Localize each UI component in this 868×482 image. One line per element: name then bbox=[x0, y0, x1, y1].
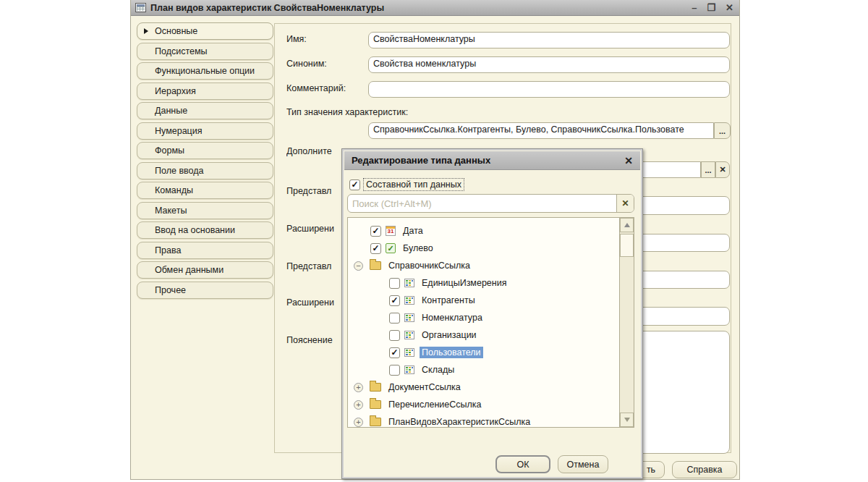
tab-podsistemy[interactable]: Подсистемы bbox=[137, 43, 273, 60]
active-tab-arrow-icon bbox=[144, 28, 148, 34]
triangle-up-icon bbox=[624, 223, 630, 227]
tab-obmen-dannymi[interactable]: Обмен данными bbox=[137, 261, 273, 279]
composite-type-label[interactable]: Составной тип данных bbox=[363, 178, 464, 191]
tab-numeraciya[interactable]: Нумерация bbox=[137, 122, 273, 140]
tree-row-units[interactable]: ЕдиницыИзмерения bbox=[348, 274, 619, 292]
expand-icon[interactable]: + bbox=[354, 418, 363, 427]
tree-row-enum-ref[interactable]: + ПеречислениеСсылка bbox=[348, 396, 619, 413]
checkbox[interactable] bbox=[389, 278, 400, 289]
tree-row-catalog-ref[interactable]: − СправочникСсылка bbox=[348, 257, 619, 274]
maximize-button[interactable]: ❐ bbox=[707, 3, 715, 12]
catalog-icon bbox=[404, 313, 414, 323]
expand-icon[interactable]: + bbox=[354, 383, 363, 392]
tab-prava[interactable]: Права bbox=[137, 242, 273, 259]
catalog-icon bbox=[404, 295, 414, 305]
tab-dannye[interactable]: Данные bbox=[137, 102, 273, 119]
collapse-icon[interactable]: − bbox=[354, 261, 363, 271]
synonym-input[interactable]: Свойства номенклатуры bbox=[368, 56, 730, 73]
value-type-label: Тип значения характеристик: bbox=[286, 107, 408, 117]
tab-prochee[interactable]: Прочее bbox=[137, 282, 273, 299]
object-representation-label: Представл bbox=[286, 186, 343, 196]
tab-vvod-na-osnovanii[interactable]: Ввод на основании bbox=[137, 221, 273, 239]
tree-row-nomenclature[interactable]: Номенклатура bbox=[348, 309, 619, 326]
checkbox[interactable]: ✓ bbox=[370, 226, 381, 237]
tree-row-chart-of-characteristic-types-ref[interactable]: + ПланВидовХарактеристикСсылка bbox=[348, 413, 619, 428]
expand-icon[interactable]: + bbox=[354, 400, 363, 410]
tree-row-organizations[interactable]: Организации bbox=[348, 326, 619, 344]
list-representation-label: Представл bbox=[286, 261, 343, 271]
additional-values-ellipsis-button[interactable]: ... bbox=[701, 161, 715, 178]
tab-osnovnye[interactable]: Основные bbox=[137, 22, 273, 40]
value-type-input[interactable]: СправочникСсылка.Контрагенты, Булево, Сп… bbox=[368, 122, 714, 139]
checkbox[interactable]: ✓ bbox=[370, 243, 381, 254]
composite-type-checkbox[interactable]: ✓ bbox=[349, 179, 360, 190]
name-label: Имя: bbox=[286, 34, 307, 44]
folder-icon bbox=[370, 418, 381, 426]
tree-row-counterparties[interactable]: ✓ Контрагенты bbox=[348, 292, 619, 309]
checkbox[interactable]: ✓ bbox=[389, 295, 400, 306]
cancel-button[interactable]: Отмена bbox=[558, 455, 608, 473]
tree-row-data[interactable]: ✓ Дата bbox=[348, 222, 619, 240]
window-titlebar[interactable]: План видов характеристик СвойстваНоменкл… bbox=[131, 0, 739, 16]
dialog-title: Редактирование типа данных bbox=[352, 155, 624, 166]
catalog-icon bbox=[404, 365, 414, 375]
checkbox[interactable] bbox=[389, 365, 400, 376]
catalog-icon bbox=[404, 278, 414, 288]
search-box: Поиск (Ctrl+Alt+M) ✕ bbox=[347, 194, 634, 213]
sidebar-tabs: Основные Подсистемы Функциональные опции… bbox=[137, 22, 273, 299]
edit-data-type-dialog: Редактирование типа данных ✕ ✓ Составной… bbox=[341, 148, 643, 479]
name-input[interactable]: СвойстваНоменклатуры bbox=[368, 32, 730, 48]
help-button[interactable]: Справка bbox=[672, 461, 737, 478]
checkbox[interactable] bbox=[389, 330, 400, 341]
tab-formy[interactable]: Формы bbox=[137, 142, 273, 159]
close-button[interactable]: ✕ bbox=[726, 3, 733, 12]
triangle-down-icon bbox=[624, 418, 630, 422]
search-input[interactable]: Поиск (Ctrl+Alt+M) bbox=[348, 198, 616, 209]
folder-icon bbox=[370, 383, 381, 392]
additional-values-clear-button[interactable]: ✕ bbox=[715, 161, 730, 178]
search-clear-button[interactable]: ✕ bbox=[616, 195, 634, 212]
type-tree: ✓ Дата ✓ ✓ Булево − СправочникСсылка bbox=[347, 217, 634, 428]
tree-row-users[interactable]: ✓ Пользователи bbox=[348, 344, 619, 361]
comment-input[interactable] bbox=[368, 81, 730, 98]
checkbox[interactable]: ✓ bbox=[389, 347, 400, 358]
tree-row-warehouses[interactable]: Склады bbox=[348, 361, 619, 379]
boolean-icon: ✓ bbox=[386, 243, 396, 253]
comment-label: Комментарий: bbox=[286, 83, 346, 93]
tab-makety[interactable]: Макеты bbox=[137, 202, 273, 219]
desktop: План видов характеристик СвойстваНоменкл… bbox=[0, 0, 868, 482]
checkbox[interactable] bbox=[389, 313, 400, 324]
date-icon bbox=[386, 226, 396, 236]
folder-icon bbox=[370, 261, 381, 270]
minimize-button[interactable]: – bbox=[692, 3, 697, 12]
tab-funkcionalnye-opcii[interactable]: Функциональные опции bbox=[137, 62, 273, 80]
selected-tree-item: Пользователи bbox=[420, 347, 483, 358]
composite-type-row: ✓ Составной тип данных bbox=[349, 178, 464, 191]
scroll-up-button[interactable] bbox=[620, 218, 634, 232]
scroll-down-button[interactable] bbox=[620, 413, 634, 427]
value-type-ellipsis-button[interactable]: ... bbox=[714, 122, 731, 139]
dialog-close-button[interactable]: ✕ bbox=[624, 155, 633, 166]
additional-values-label: Дополните bbox=[286, 146, 343, 156]
catalog-icon bbox=[404, 330, 414, 340]
tree-scrollbar[interactable] bbox=[619, 218, 634, 427]
extended-object-representation-label: Расширени bbox=[286, 224, 343, 234]
dialog-titlebar[interactable]: Редактирование типа данных ✕ bbox=[344, 151, 640, 170]
synonym-label: Синоним: bbox=[286, 59, 327, 69]
extended-list-representation-label: Расширени bbox=[286, 297, 343, 308]
tab-komandy[interactable]: Команды bbox=[137, 182, 273, 199]
scrollbar-thumb[interactable] bbox=[620, 234, 634, 257]
ok-button[interactable]: ОК bbox=[495, 455, 550, 473]
tab-pole-vvoda[interactable]: Поле ввода bbox=[137, 162, 273, 179]
tab-ierarhiya[interactable]: Иерархия bbox=[137, 83, 273, 100]
chart-of-characteristic-types-icon bbox=[135, 3, 146, 12]
tree-row-boolean[interactable]: ✓ ✓ Булево bbox=[348, 240, 619, 257]
window-title: План видов характеристик СвойстваНоменкл… bbox=[150, 3, 692, 13]
tree-row-document-ref[interactable]: + ДокументСсылка bbox=[348, 379, 619, 396]
explanation-label: Пояснение bbox=[286, 335, 343, 345]
catalog-icon bbox=[404, 347, 414, 358]
folder-icon bbox=[370, 400, 381, 409]
